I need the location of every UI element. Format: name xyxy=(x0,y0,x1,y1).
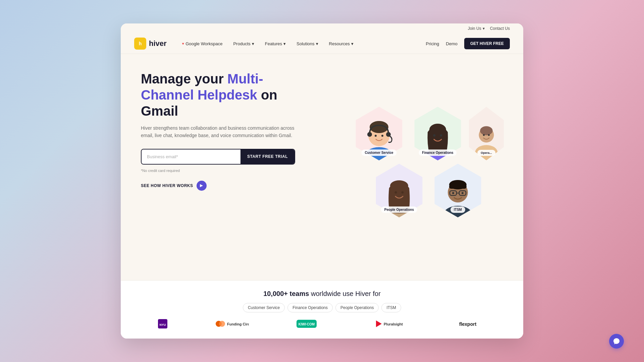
tag-finance-operations[interactable]: Finance Operations xyxy=(287,303,333,312)
svg-point-13 xyxy=(429,124,446,136)
hex-people-operations: People Operations xyxy=(372,164,426,218)
tag-people-operations[interactable]: People Operations xyxy=(335,303,379,312)
operations-label: Opera... xyxy=(477,150,495,156)
svg-rect-32 xyxy=(449,185,467,189)
svg-text:KIWI·COM: KIWI·COM xyxy=(299,322,315,326)
get-hiver-button[interactable]: GET HIVER FREE xyxy=(464,38,510,49)
brand-logos-row: NYU Funding Circle KIWI·COM xyxy=(134,319,510,328)
chevron-down-icon: ▾ xyxy=(483,26,485,31)
see-how-hiver-link[interactable]: SEE HOW HIVER WORKS ▶ xyxy=(141,181,309,191)
svg-point-26 xyxy=(395,191,397,193)
hero-left: Manage your Multi-Channel Helpdesk on Gm… xyxy=(121,54,322,280)
start-trial-button[interactable]: START FREE TRIAL xyxy=(240,149,294,164)
logo-text: hiver xyxy=(149,39,167,48)
play-icon: ▶ xyxy=(197,181,207,191)
svg-point-41 xyxy=(219,321,225,327)
no-credit-text: *No credit card required xyxy=(141,169,309,173)
hex-grid: Customer Service xyxy=(352,107,493,228)
svg-point-36 xyxy=(452,192,454,194)
heart-icon: ♥ xyxy=(182,42,184,46)
svg-text:h: h xyxy=(139,41,142,46)
teams-headline: 10,000+ teams worldwide use Hiver for xyxy=(134,290,510,298)
join-us-link[interactable]: Join Us ▾ xyxy=(468,26,485,31)
main-window: Join Us ▾ Contact Us h hiver ♥ xyxy=(121,23,523,339)
chevron-down-icon: ▾ xyxy=(283,41,286,46)
svg-point-37 xyxy=(462,192,464,194)
svg-point-20 xyxy=(483,134,485,136)
resources-link[interactable]: Resources ▾ xyxy=(324,39,358,49)
customer-service-label: Customer Service xyxy=(361,149,396,156)
hero-title: Manage your Multi-Channel Helpdesk on Gm… xyxy=(141,71,309,119)
hex-finance-operations: Finance Operations xyxy=(411,107,465,161)
svg-text:NYU: NYU xyxy=(160,323,166,326)
nav-links: ♥ Google Workspace Products ▾ Features ▾… xyxy=(177,39,426,49)
google-workspace-link[interactable]: ♥ Google Workspace xyxy=(177,39,227,49)
hex-operations-partial: Opera... xyxy=(466,107,506,161)
hero-subtitle: Hiver strengthens team collaboration and… xyxy=(141,124,302,139)
logo[interactable]: h hiver xyxy=(134,38,167,50)
svg-marker-45 xyxy=(376,320,382,327)
logo-icon: h xyxy=(134,38,146,50)
svg-point-9 xyxy=(381,135,383,137)
hero-right: Customer Service xyxy=(322,54,523,280)
features-link[interactable]: Features ▾ xyxy=(260,39,290,49)
svg-point-8 xyxy=(375,135,377,137)
chat-bubble-button[interactable] xyxy=(609,334,624,349)
contact-us-link[interactable]: Contact Us xyxy=(490,26,510,31)
chevron-down-icon: ▾ xyxy=(351,41,354,46)
hex-itsm: ITSM xyxy=(431,164,485,218)
pricing-link[interactable]: Pricing xyxy=(426,41,439,46)
svg-text:Pluralsight: Pluralsight xyxy=(384,322,403,326)
navigation: Join Us ▾ Contact Us h hiver ♥ xyxy=(121,23,523,54)
nyu-logo: NYU xyxy=(158,319,167,328)
svg-point-21 xyxy=(488,134,490,136)
flexport-logo: flexport xyxy=(459,319,486,328)
funding-circle-logo: Funding Circle xyxy=(215,319,249,328)
hex-customer-service: Customer Service xyxy=(352,107,406,161)
demo-link[interactable]: Demo xyxy=(446,41,458,46)
nav-actions: Pricing Demo GET HIVER FREE xyxy=(426,38,510,49)
svg-point-19 xyxy=(480,126,493,135)
tag-itsm[interactable]: ITSM xyxy=(381,303,401,312)
kiwi-com-logo: KIWI·COM xyxy=(297,319,327,328)
svg-text:Funding Circle: Funding Circle xyxy=(227,322,249,326)
tags-row: Customer Service Finance Operations Peop… xyxy=(134,303,510,312)
solutions-link[interactable]: Solutions ▾ xyxy=(292,39,323,49)
products-link[interactable]: Products ▾ xyxy=(228,39,259,49)
chevron-down-icon: ▾ xyxy=(252,41,254,46)
people-operations-label: People Operations xyxy=(381,206,417,213)
finance-operations-label: Finance Operations xyxy=(419,149,457,156)
main-content: Manage your Multi-Channel Helpdesk on Gm… xyxy=(121,54,523,280)
svg-text:flexport: flexport xyxy=(459,321,477,327)
chevron-down-icon: ▾ xyxy=(316,41,318,46)
bottom-section: 10,000+ teams worldwide use Hiver for Cu… xyxy=(121,280,523,339)
itsm-label: ITSM xyxy=(450,206,465,213)
svg-point-14 xyxy=(433,134,436,136)
email-form: START FREE TRIAL xyxy=(141,149,295,165)
svg-point-25 xyxy=(390,180,408,191)
nav-main-bar: h hiver ♥ Google Workspace Products ▾ Fe… xyxy=(134,34,510,54)
svg-point-6 xyxy=(367,132,372,137)
svg-point-15 xyxy=(440,134,442,136)
nav-top-bar: Join Us ▾ Contact Us xyxy=(134,23,510,34)
pluralsight-logo: Pluralsight xyxy=(374,319,411,328)
tag-customer-service[interactable]: Customer Service xyxy=(243,303,285,312)
email-input[interactable] xyxy=(142,149,240,164)
svg-point-27 xyxy=(401,191,404,193)
